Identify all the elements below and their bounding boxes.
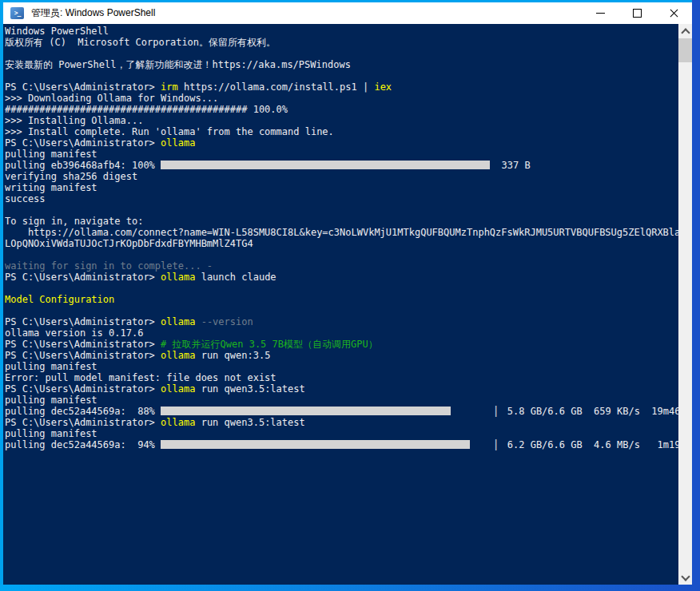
terminal-text: ollama <box>161 417 195 428</box>
terminal-line: pulling manifest <box>5 361 678 372</box>
terminal-line: PS C:\Users\Administrator> ollama <box>5 137 678 149</box>
terminal-line: >>> Installing Ollama... <box>5 115 678 126</box>
scroll-down-button[interactable] <box>678 571 692 585</box>
terminal-line: PS C:\Users\Administrator> ollama run qw… <box>5 350 678 361</box>
terminal-line <box>5 249 678 260</box>
terminal-line: verifying sha256 digest <box>5 171 678 182</box>
terminal-line: 版权所有 (C) Microsoft Corporation。保留所有权利。 <box>5 37 678 48</box>
terminal-text: ollama <box>161 350 195 361</box>
terminal-text: PS C:\Users\Administrator> <box>5 350 161 361</box>
minimize-icon <box>596 13 605 14</box>
terminal-line: PS C:\Users\Administrator> irm https://o… <box>5 81 678 93</box>
scroll-up-button[interactable] <box>678 24 692 38</box>
terminal-text: pulling manifest <box>5 149 97 160</box>
terminal-line: LOpQNOxiVWdaTUJOcTJrKOpDbFdxdFBYMHBmMlZ4… <box>5 238 678 249</box>
terminal-text: 337 B <box>490 160 531 171</box>
desktop-background-strip <box>0 585 700 591</box>
terminal-text: ollama version is 0.17.6 <box>5 327 143 339</box>
terminal-text: ollama <box>161 272 195 283</box>
terminal-line: pulling manifest <box>5 428 678 439</box>
powershell-icon <box>10 7 24 19</box>
terminal-line: 安装最新的 PowerShell，了解新功能和改进！https://aka.ms… <box>5 59 678 70</box>
terminal-line: PS C:\Users\Administrator> ollama run qw… <box>5 383 678 395</box>
terminal-line <box>5 283 678 294</box>
terminal-line: pulling eb396468afb4: 100% 337 B <box>5 160 678 171</box>
terminal-text: ollama <box>161 137 195 149</box>
progress-bar <box>161 407 490 415</box>
terminal-text: >>> Install complete. Run 'ollama' from … <box>5 126 334 137</box>
terminal-text: --version <box>195 316 253 327</box>
window-title: 管理员: Windows PowerShell <box>31 6 155 20</box>
terminal-line: success <box>5 193 678 204</box>
terminal-line: waiting for sign in to complete... - <box>5 260 678 272</box>
terminal-line: PS C:\Users\Administrator> ollama --vers… <box>5 316 678 327</box>
terminal-line: To sign in, navigate to: <box>5 216 678 227</box>
terminal-line: >>> Downloading Ollama for Windows... <box>5 93 678 104</box>
terminal-text: run qwen:3.5 <box>195 350 270 361</box>
terminal-text: To sign in, navigate to: <box>5 216 143 227</box>
terminal-text: run qwen3.5:latest <box>195 383 304 395</box>
terminal-text: Error: pull model manifest: file does no… <box>5 372 276 383</box>
terminal-text: writing manifest <box>5 182 97 193</box>
close-button[interactable] <box>655 2 692 24</box>
terminal-line: PS C:\Users\Administrator> ollama run qw… <box>5 417 678 428</box>
terminal-text: >>> Installing Ollama... <box>5 115 143 126</box>
progress-bar <box>161 440 490 449</box>
terminal-text: https://ollama.com/connect?name=WIN-L58S… <box>5 227 678 238</box>
window-controls <box>582 2 692 24</box>
terminal-text: PS C:\Users\Administrator> <box>5 137 161 149</box>
terminal-text: LOpQNOxiVWdaTUJOcTJrKOpDbFdxdFBYMHBmMlZ4… <box>5 238 253 249</box>
maximize-button[interactable] <box>618 2 655 24</box>
close-icon <box>669 8 679 18</box>
terminal-text: pulling manifest <box>5 361 97 372</box>
terminal-line: pulling manifest <box>5 395 678 406</box>
terminal-text: PS C:\Users\Administrator> <box>5 339 161 350</box>
terminal-line <box>5 48 678 59</box>
terminal-line <box>5 305 678 316</box>
terminal-line: PS C:\Users\Administrator> # 拉取并运行Qwen 3… <box>5 339 678 350</box>
terminal-text: pulling manifest <box>5 395 97 406</box>
terminal-text: https://ollama.com/install.ps1 | <box>178 81 375 93</box>
terminal-text: ▏ 6.2 GB/6.6 GB 4.6 MB/s 1m19s <box>490 439 678 450</box>
terminal-text: PS C:\Users\Administrator> <box>5 383 161 395</box>
terminal-line: Error: pull model manifest: file does no… <box>5 372 678 383</box>
terminal-text: PS C:\Users\Administrator> <box>5 316 161 327</box>
maximize-icon <box>633 9 642 18</box>
terminal-text: irm <box>161 81 178 93</box>
terminal-line: Model Configuration <box>5 294 678 305</box>
terminal-text: 安装最新的 PowerShell，了解新功能和改进！https://aka.ms… <box>5 59 351 70</box>
terminal-text: run qwen3.5:latest <box>195 417 304 428</box>
terminal-line <box>5 204 678 216</box>
powershell-window: 管理员: Windows PowerShell Windows PowerShe… <box>0 0 692 585</box>
terminal-text: ########################################… <box>5 104 288 115</box>
terminal-text: ollama <box>161 383 195 395</box>
terminal-text: # 拉取并运行Qwen 3.5 7B模型（自动调用GPU） <box>161 339 378 350</box>
terminal-text: pulling manifest <box>5 428 97 439</box>
terminal-text: pulling dec52a44569a: 94% <box>5 439 161 450</box>
progress-bar <box>161 161 490 169</box>
minimize-button[interactable] <box>582 2 618 24</box>
scrollbar-thumb[interactable] <box>678 38 692 62</box>
terminal-line: writing manifest <box>5 182 678 193</box>
terminal-line <box>5 70 678 81</box>
terminal-text: launch claude <box>195 272 276 283</box>
terminal-text: Windows PowerShell <box>5 26 109 37</box>
terminal-text: ▏ 5.8 GB/6.6 GB 659 KB/s 19m46s <box>490 406 678 417</box>
terminal-text: PS C:\Users\Administrator> <box>5 81 161 93</box>
terminal-line: Windows PowerShell <box>5 26 678 37</box>
terminal-line: PS C:\Users\Administrator> ollama launch… <box>5 272 678 283</box>
terminal-line: ########################################… <box>5 104 678 115</box>
terminal-text: PS C:\Users\Administrator> <box>5 417 161 428</box>
terminal-output[interactable]: Windows PowerShell版权所有 (C) Microsoft Cor… <box>3 24 678 585</box>
title-bar[interactable]: 管理员: Windows PowerShell <box>3 2 692 24</box>
chevron-down-icon <box>681 572 690 581</box>
terminal-text: 版权所有 (C) Microsoft Corporation。保留所有权利。 <box>5 37 276 48</box>
terminal-text: PS C:\Users\Administrator> <box>5 272 161 283</box>
terminal-line: pulling dec52a44569a: 88% ▏ 5.8 GB/6.6 G… <box>5 406 678 417</box>
terminal-line: >>> Install complete. Run 'ollama' from … <box>5 126 678 137</box>
terminal-line: pulling manifest <box>5 149 678 160</box>
terminal-line: pulling dec52a44569a: 94% ▏ 6.2 GB/6.6 G… <box>5 439 678 450</box>
terminal-text: ollama <box>161 316 195 327</box>
terminal-text: pulling dec52a44569a: 88% <box>5 406 161 417</box>
vertical-scrollbar[interactable] <box>678 24 692 585</box>
